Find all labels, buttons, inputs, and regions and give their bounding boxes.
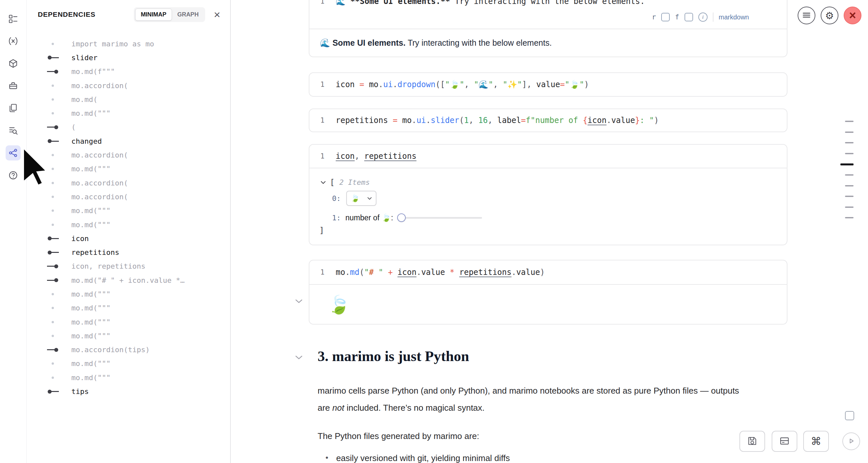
dependency-item[interactable]: mo.md(""": [27, 315, 230, 329]
slider[interactable]: [397, 213, 482, 222]
dependency-item-label: mo.accordion(tips): [71, 346, 150, 354]
divider: [713, 12, 713, 22]
dependency-item[interactable]: mo.md(: [27, 92, 230, 106]
dependency-item[interactable]: mo.md(""": [27, 162, 230, 176]
dropdown-select[interactable]: 🍃: [346, 191, 376, 206]
close-panel-button[interactable]: ×: [214, 9, 220, 20]
panel-toggle-button[interactable]: [845, 410, 856, 421]
dependency-item[interactable]: mo.md(""": [27, 371, 230, 384]
reference-marker: [46, 273, 61, 287]
dependency-item[interactable]: import marimo as mo: [27, 37, 230, 51]
layout-button[interactable]: [772, 431, 797, 452]
info-icon[interactable]: i: [699, 12, 708, 22]
dependency-item[interactable]: tips: [27, 384, 230, 398]
minimap-line[interactable]: [845, 217, 854, 218]
packages-icon[interactable]: [6, 56, 21, 71]
collapse-section-icon[interactable]: [294, 355, 305, 361]
cell-dot-marker: [46, 162, 61, 176]
code-line[interactable]: icon = mo.ui.dropdown(["🍃", "🌊", "✨"], v…: [336, 80, 589, 89]
run-toggle-label: r: [652, 13, 656, 21]
minimap-line[interactable]: [845, 196, 854, 197]
cell-language-label[interactable]: markdown: [719, 13, 749, 21]
cell-dot-marker: [46, 371, 61, 384]
dependency-item[interactable]: mo.accordion(tips): [27, 343, 230, 357]
code-cell[interactable]: 1 repetitions = mo.ui.slider(1, 16, labe…: [309, 109, 787, 132]
minimap-line[interactable]: [845, 174, 854, 176]
dependency-item-label: mo.md(""": [71, 221, 111, 229]
dependency-item[interactable]: mo.accordion(: [27, 176, 230, 190]
variables-icon[interactable]: [6, 34, 21, 49]
dependency-item[interactable]: icon, repetitions: [27, 259, 230, 273]
dependency-item[interactable]: mo.md(""": [27, 204, 230, 218]
minimap-line-active[interactable]: [840, 163, 854, 165]
cell-dot-marker: [46, 92, 61, 106]
dependency-item[interactable]: mo.md(""": [27, 301, 230, 315]
command-icon: ⌘: [811, 435, 821, 447]
minimap-line[interactable]: [845, 121, 854, 122]
minimap-line[interactable]: [845, 142, 854, 143]
dependency-item[interactable]: mo.accordion(: [27, 148, 230, 162]
dependency-graph-icon[interactable]: [6, 145, 21, 160]
run-button[interactable]: [842, 432, 860, 450]
definition-marker: [46, 51, 61, 64]
dependency-item[interactable]: mo.md(""": [27, 357, 230, 371]
minimap-line[interactable]: [845, 185, 854, 186]
format-checkbox[interactable]: [685, 13, 693, 21]
code-line[interactable]: repetitions = mo.ui.slider(1, 16, label=…: [336, 116, 659, 125]
cell-dot-marker: [46, 37, 61, 51]
menu-button[interactable]: [798, 7, 815, 24]
file-tree-icon[interactable]: [6, 11, 21, 26]
dependency-item-label: mo.md(""": [71, 360, 111, 368]
dependency-item[interactable]: mo.md(""": [27, 106, 230, 120]
dependency-item[interactable]: mo.md(""": [27, 218, 230, 232]
tab-minimap[interactable]: MINIMAP: [135, 8, 172, 21]
dependency-item[interactable]: mo.md(""": [27, 329, 230, 343]
tree-collapse-icon[interactable]: [320, 180, 326, 185]
code-cell[interactable]: 1 mo.md("# " + icon.value * repetitions.…: [309, 260, 787, 325]
documents-icon[interactable]: [6, 101, 21, 116]
close-icon: ×: [214, 8, 220, 21]
code-editor-row: 1 icon = mo.ui.dropdown(["🍃", "🌊", "✨"],…: [309, 73, 787, 96]
tab-graph[interactable]: GRAPH: [172, 8, 204, 21]
dependency-item[interactable]: mo.md("# " + icon.value *…: [27, 273, 230, 287]
dependency-item[interactable]: icon: [27, 232, 230, 245]
dependency-item[interactable]: changed: [27, 134, 230, 148]
shutdown-button[interactable]: ×: [844, 7, 861, 24]
collapse-output-icon[interactable]: [294, 299, 305, 305]
slider-track[interactable]: [397, 217, 482, 219]
dependency-item-label: icon, repetitions: [71, 262, 145, 270]
dependency-item[interactable]: mo.md(f""": [27, 65, 230, 79]
slider-label: number of 🍃:: [346, 213, 395, 222]
code-cell[interactable]: 1 icon, repetitions [ 2 Items 0: 🍃: [309, 144, 787, 245]
dependency-item[interactable]: mo.accordion(: [27, 79, 230, 92]
keyboard-shortcuts-button[interactable]: ⌘: [803, 431, 829, 452]
dependency-item[interactable]: repetitions: [27, 245, 230, 259]
run-checkbox[interactable]: [661, 13, 670, 21]
dependency-item[interactable]: (: [27, 120, 230, 134]
dependency-item-label: mo.accordion(: [71, 151, 128, 159]
list-search-icon[interactable]: [6, 123, 21, 138]
cell-dot-marker: [46, 218, 61, 232]
minimap-line[interactable]: [845, 153, 854, 154]
reference-marker: [46, 120, 61, 134]
toolbox-icon[interactable]: [6, 78, 21, 93]
dependency-item[interactable]: mo.md(""": [27, 287, 230, 301]
cell-dot-marker: [46, 148, 61, 162]
minimap-line[interactable]: [845, 207, 854, 208]
output-tree: [ 2 Items 0: 🍃 1: number of 🍃:: [309, 168, 787, 245]
dependency-item[interactable]: mo.accordion(: [27, 190, 230, 204]
minimap-line[interactable]: [845, 131, 854, 133]
code-line[interactable]: mo.md("# " + icon.value * repetitions.va…: [336, 268, 545, 277]
slider-knob[interactable]: [397, 213, 406, 222]
markdown-cell[interactable]: 1 🌊 **Some UI elements.** Try interactin…: [309, 0, 787, 57]
code-cell[interactable]: 1 icon = mo.ui.dropdown(["🍃", "🌊", "✨"],…: [309, 72, 787, 97]
scroll-minimap: [839, 121, 854, 228]
cell-dot-marker: [46, 190, 61, 204]
reference-marker: [46, 343, 61, 357]
code-line[interactable]: 🌊 **Some UI elements.** Try interacting …: [336, 0, 645, 6]
save-button[interactable]: [739, 431, 765, 452]
settings-button[interactable]: ⚙: [820, 7, 838, 24]
code-line[interactable]: icon, repetitions: [336, 152, 416, 161]
dependency-item[interactable]: slider: [27, 51, 230, 64]
help-icon[interactable]: [6, 168, 21, 183]
